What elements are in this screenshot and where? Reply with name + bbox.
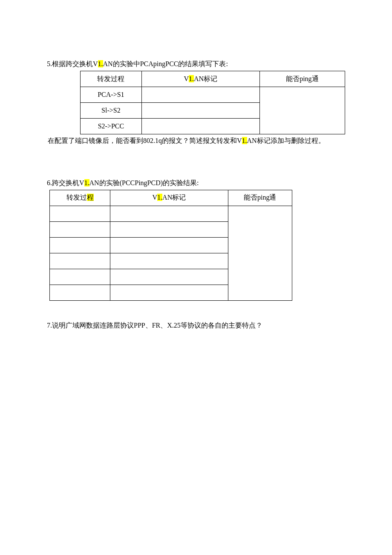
cell-mark (141, 103, 259, 119)
header-ping: 能否ping通 (259, 71, 345, 87)
table-header-row: 转发过程 V1.AN标记 能否ping通 (81, 71, 345, 87)
header-ping: 能否ping通 (228, 190, 292, 206)
header-vlan-highlight: 1. (189, 75, 194, 82)
cell-process (50, 269, 110, 285)
cell-ping (259, 87, 345, 134)
header-vlan-mark: V1.AN标记 (110, 190, 228, 206)
cell-ping (228, 206, 292, 300)
header-vlan-suffix: AN标记 (194, 75, 217, 82)
header-vlan-prefix: V (153, 194, 158, 201)
cell-mark (110, 206, 228, 221)
cell-process (50, 237, 110, 253)
cell-process (50, 253, 110, 269)
cell-mark (141, 87, 259, 103)
header-vlan-suffix: AN标记 (162, 194, 186, 201)
cell-process (50, 285, 110, 300)
cell-mark (141, 119, 259, 134)
cell-mark (110, 237, 228, 253)
cell-process (50, 206, 110, 221)
q5-text-suffix: AN的实验中PCApingPCC的结果填写下表: (103, 60, 228, 67)
question-7-text: 7.说明广域网数据连路层协议PPP、FR、X.25等协议的各自的主要特点？ (47, 320, 345, 331)
header-vlan-prefix: V (184, 75, 189, 82)
header-vlan-highlight: 1. (157, 194, 162, 201)
table-row (50, 206, 292, 221)
page-content: 5.根据跨交换机V1.AN的实验中PCApingPCC的结果填写下表: 转发过程… (0, 0, 392, 331)
header-process-highlight: 程 (87, 194, 94, 201)
header-process: 转发过程 (50, 190, 110, 206)
q6-text-highlight: 1. (84, 179, 89, 186)
cell-process: PCA->S1 (81, 87, 142, 103)
q6-text-prefix: 6.跨交换机V (47, 179, 84, 186)
cell-process: Sl->S2 (81, 103, 142, 119)
q6-text-suffix: AN的实验(PCCPingPCD)的实验结果: (89, 179, 199, 186)
question-5-text: 5.根据跨交换机V1.AN的实验中PCApingPCC的结果填写下表: (47, 59, 345, 69)
cell-mark (110, 285, 228, 300)
header-process: 转发过程 (81, 71, 142, 87)
table-row: PCA->S1 (81, 87, 345, 103)
question-5-note: 在配置了端口镜像后，能否看到802.1q的报文？简述报文转发和V1.AN标记添加… (48, 135, 345, 146)
cell-mark (110, 253, 228, 269)
table-header-row: 转发过程 V1.AN标记 能否ping通 (50, 190, 292, 206)
q5-note-highlight: 1. (242, 137, 247, 144)
question-6-table: 转发过程 V1.AN标记 能否ping通 (49, 190, 292, 301)
question-5-table: 转发过程 V1.AN标记 能否ping通 PCA->S1 Sl->S2 S2->… (80, 71, 345, 134)
cell-process (50, 221, 110, 237)
cell-mark (110, 269, 228, 285)
cell-mark (110, 221, 228, 237)
q5-note-suffix: AN标记添加与删除过程。 (247, 137, 325, 144)
q5-note-prefix: 在配置了端口镜像后，能否看到802.1q的报文？简述报文转发和V (48, 137, 242, 144)
q5-text-prefix: 5.根据跨交换机V (47, 60, 98, 67)
header-vlan-mark: V1.AN标记 (141, 71, 259, 87)
q5-text-highlight: 1. (98, 60, 103, 67)
spacer (47, 146, 345, 178)
header-process-prefix: 转发过 (66, 194, 87, 201)
question-6-text: 6.跨交换机V1.AN的实验(PCCPingPCD)的实验结果: (47, 178, 345, 188)
spacer (47, 302, 345, 320)
cell-process: S2->PCC (81, 119, 142, 134)
